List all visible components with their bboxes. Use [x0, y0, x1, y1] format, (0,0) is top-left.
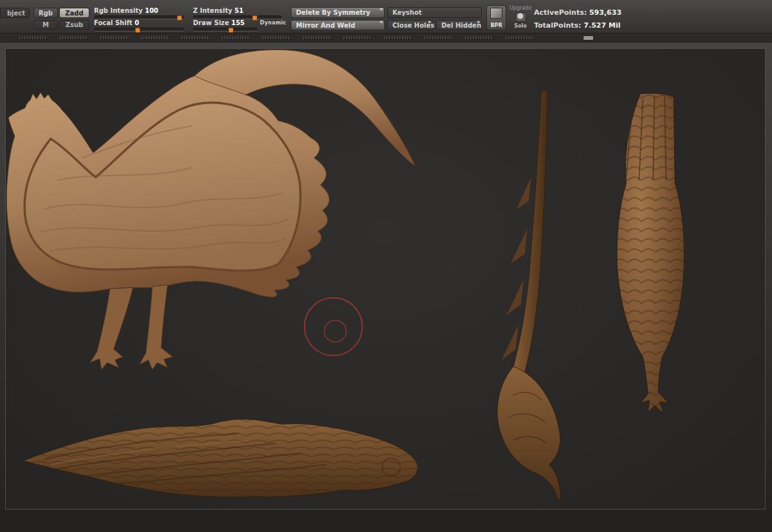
tray-item[interactable] — [465, 36, 493, 40]
draw-cursor — [304, 298, 362, 356]
rgb-intensity-slider[interactable]: Rgb Intensity 100 — [94, 7, 184, 19]
modified-asterisk: * — [477, 20, 480, 26]
modified-asterisk: * — [380, 20, 383, 26]
tray-item[interactable] — [384, 36, 412, 40]
tray-item[interactable] — [181, 36, 210, 40]
tray-item[interactable] — [141, 36, 169, 40]
focal-shift-slider[interactable]: Focal Shift 0 — [94, 19, 184, 32]
tray-item[interactable] — [303, 36, 331, 40]
bpr-render-icon — [490, 8, 502, 19]
modified-asterisk: * — [428, 20, 431, 26]
solo-label: Solo — [514, 23, 527, 29]
model-view-relief-side — [6, 50, 415, 369]
del-hidden-button[interactable]: Del Hidden * — [436, 20, 482, 30]
canvas-area — [0, 42, 772, 532]
focal-shift-label: Focal Shift 0 — [94, 19, 184, 27]
z-intensity-slider[interactable]: Z Intensity 51 — [193, 7, 282, 19]
delete-by-symmetry-button[interactable]: Delete By Symmetry * — [291, 7, 385, 18]
zbrush-window: bject Rgb Zadd M Zsub Rgb Intensity 100 … — [0, 0, 772, 532]
top-shelf: bject Rgb Zadd M Zsub Rgb Intensity 100 … — [0, 0, 772, 33]
draw-size-slider[interactable]: Draw Size 155 — [193, 19, 257, 32]
tray-item[interactable] — [60, 36, 88, 40]
active-points-readout: ActivePoints: 593,633 — [534, 8, 621, 17]
m-button[interactable]: M — [33, 20, 58, 30]
slider-track[interactable] — [193, 28, 257, 32]
zsub-button[interactable]: Zsub — [59, 20, 89, 30]
rgb-button[interactable]: Rgb — [33, 8, 58, 18]
total-points-readout: TotalPoints: 7.527 Mil — [534, 21, 620, 30]
keyshot-button[interactable]: Keyshot — [387, 7, 482, 18]
dynamic-toggle[interactable]: Dynamic — [260, 20, 286, 26]
tray-item[interactable] — [222, 36, 250, 40]
sculpt-viewport — [6, 49, 765, 509]
zadd-button[interactable]: Zadd — [59, 8, 89, 18]
tray-item[interactable] — [19, 36, 48, 40]
rgb-intensity-label: Rgb Intensity 100 — [94, 7, 184, 15]
solo-icon[interactable] — [515, 12, 526, 22]
document-canvas[interactable] — [5, 48, 766, 509]
tray-item[interactable] — [506, 36, 534, 40]
tray-item[interactable] — [262, 36, 291, 40]
close-holes-button[interactable]: Close Holes * — [387, 20, 433, 30]
tray-item[interactable] — [425, 36, 453, 40]
modified-asterisk: * — [380, 7, 383, 14]
tray-item[interactable] — [344, 36, 372, 40]
model-view-top-lying — [23, 419, 418, 497]
slider-handle[interactable] — [135, 28, 140, 33]
upgrade-solo-stack: Upgrade Solo — [510, 5, 531, 29]
tray-item[interactable] — [100, 36, 129, 40]
object-button[interactable]: bject — [0, 8, 30, 18]
mirror-and-weld-button[interactable]: Mirror And Weld * — [291, 20, 385, 30]
model-view-back — [617, 93, 685, 413]
upgrade-link[interactable]: Upgrade — [510, 5, 531, 11]
z-intensity-label: Z Intensity 51 — [193, 7, 282, 15]
tray-strip — [0, 33, 772, 42]
tray-scrollbar-handle[interactable] — [583, 35, 594, 41]
slider-handle[interactable] — [228, 28, 234, 33]
slider-track[interactable] — [94, 28, 184, 32]
model-view-edge-profile — [497, 91, 561, 502]
bpr-button[interactable]: BPR — [486, 5, 506, 30]
draw-size-label: Draw Size 155 — [193, 19, 257, 27]
